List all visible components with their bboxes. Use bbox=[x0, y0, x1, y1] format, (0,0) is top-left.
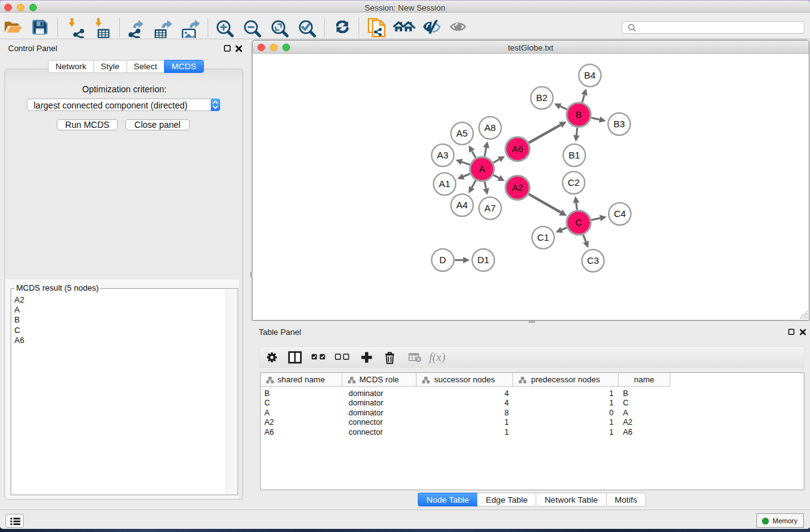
svg-text:A2: A2 bbox=[512, 182, 523, 193]
svg-text:C4: C4 bbox=[614, 208, 625, 219]
svg-text:f(x): f(x) bbox=[429, 351, 445, 364]
svg-text:A: A bbox=[479, 163, 485, 174]
svg-text:A5: A5 bbox=[456, 128, 468, 138]
svg-text:C2: C2 bbox=[567, 177, 579, 188]
svg-text:A1: A1 bbox=[439, 178, 450, 189]
svg-text:A3: A3 bbox=[437, 150, 448, 160]
svg-text:B4: B4 bbox=[584, 70, 595, 80]
svg-text:D1: D1 bbox=[477, 254, 489, 265]
svg-text:D: D bbox=[440, 254, 446, 265]
svg-text:C3: C3 bbox=[587, 255, 599, 266]
svg-text:A7: A7 bbox=[485, 203, 496, 213]
svg-text:C: C bbox=[576, 217, 582, 228]
svg-text:A6: A6 bbox=[512, 143, 523, 154]
svg-text:B3: B3 bbox=[614, 118, 625, 129]
svg-text:A8: A8 bbox=[485, 122, 496, 133]
svg-text:B1: B1 bbox=[569, 150, 580, 160]
svg-text:C1: C1 bbox=[537, 232, 549, 243]
svg-text:B: B bbox=[576, 109, 582, 120]
svg-text:B2: B2 bbox=[536, 92, 547, 103]
svg-text:A4: A4 bbox=[456, 200, 468, 210]
